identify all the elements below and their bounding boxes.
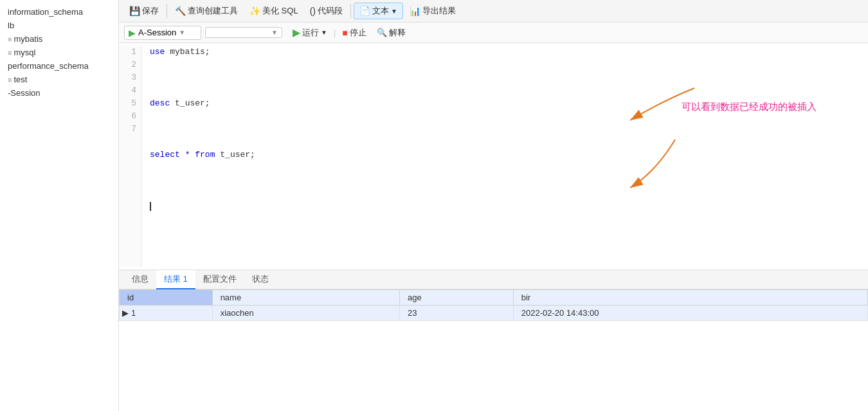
col-header-name: name [212,290,399,306]
table-row[interactable]: ▶1 xiaochen 23 2022-02-20 14:43:00 [120,306,868,321]
query-builder-button[interactable]: 🔨 查询创建工具 [170,3,243,19]
sidebar-item-mybatis[interactable]: mybatis [0,32,118,46]
cell-bir: 2022-02-20 14:43:00 [513,306,867,321]
explain-button[interactable]: 🔍 解释 [373,26,410,40]
session-bar: ▶ A-Session ▼ ▼ ▶ 运行 ▼ | ■ 停止 🔍 解释 [119,23,868,43]
text-icon: 📄 [359,6,370,16]
editor-area: 1 2 3 4 5 6 7 use mybatis; desc t_user; … [119,43,868,411]
explain-icon: 🔍 [377,28,387,37]
text-dropdown-icon: ▼ [391,8,397,15]
empty-chevron-icon: ▼ [271,29,278,36]
code-content[interactable]: use mybatis; desc t_user; select * from … [142,46,868,267]
main-content: 💾 保存 🔨 查询创建工具 ✨ 美化 SQL () 代码段 📄 文本 ▼ 📊 导… [119,0,868,411]
snippet-button[interactable]: () 代码段 [305,3,348,19]
run-dropdown-icon: ▼ [321,29,327,36]
toolbar: 💾 保存 🔨 查询创建工具 ✨ 美化 SQL () 代码段 📄 文本 ▼ 📊 导… [119,0,868,23]
export-button[interactable]: 📊 导出结果 [404,3,461,19]
cell-age: 23 [400,306,514,321]
results-area: id name age bir ▶1 xiaochen 23 [119,289,868,411]
session-icon: ▶ [129,28,136,38]
col-header-bir: bir [513,290,867,306]
results-table: id name age bir ▶1 xiaochen 23 [119,289,868,321]
bottom-panel: 信息 结果 1 配置文件 状态 id name age bir [119,269,868,411]
col-header-id: id [120,290,213,306]
tab-info[interactable]: 信息 [124,270,156,289]
export-icon: 📊 [410,6,420,16]
toolbar-separator-2 [350,4,351,18]
session-chevron-icon: ▼ [179,29,185,36]
sidebar-item-test[interactable]: test [0,73,118,86]
cell-row-indicator: ▶1 [120,306,213,321]
sidebar-item-performance-schema[interactable]: performance_schema [0,59,118,73]
code-editor[interactable]: 1 2 3 4 5 6 7 use mybatis; desc t_user; … [119,43,868,269]
text-button[interactable]: 📄 文本 ▼ [354,3,403,19]
sidebar: information_schema lb mybatis mysql perf… [0,0,119,411]
beautify-icon: ✨ [249,6,260,16]
run-icon: ▶ [293,26,300,39]
run-button[interactable]: ▶ 运行 ▼ [289,25,331,40]
beautify-sql-button[interactable]: ✨ 美化 SQL [244,3,303,19]
query-builder-icon: 🔨 [175,6,186,16]
toolbar-separator-1 [167,4,167,18]
cell-name: xiaochen [212,306,399,321]
session-selector[interactable]: ▶ A-Session ▼ [124,26,201,40]
line-numbers: 1 2 3 4 5 6 7 [119,46,142,267]
tab-result1[interactable]: 结果 1 [156,270,195,289]
sidebar-item-session[interactable]: -Session [0,86,118,100]
stop-button[interactable]: ■ 停止 [338,26,370,40]
tab-status[interactable]: 状态 [244,270,276,289]
empty-selector[interactable]: ▼ [205,27,282,38]
run-separator: | [334,28,336,37]
snippet-icon: () [310,6,316,16]
stop-icon: ■ [342,28,347,38]
tab-config[interactable]: 配置文件 [195,270,244,289]
sidebar-item-mysql[interactable]: mysql [0,46,118,59]
run-controls: ▶ 运行 ▼ | ■ 停止 🔍 解释 [289,25,410,40]
save-button[interactable]: 💾 保存 [124,3,164,19]
panel-tabs: 信息 结果 1 配置文件 状态 [119,270,868,289]
save-icon: 💾 [129,6,140,16]
sidebar-item-lb[interactable]: lb [0,19,118,32]
col-header-age: age [400,290,514,306]
sidebar-item-information-schema[interactable]: information_schema [0,5,118,19]
